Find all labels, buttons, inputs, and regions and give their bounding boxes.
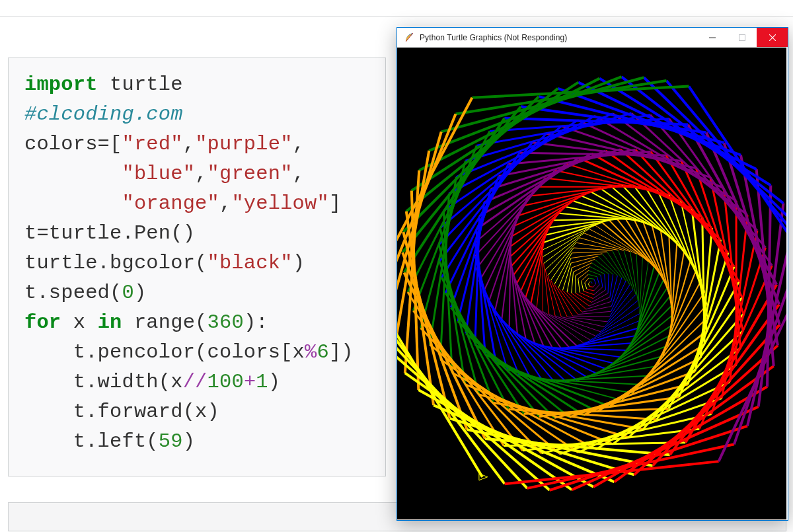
svg-line-64 xyxy=(554,284,573,316)
page-top-divider xyxy=(0,16,793,17)
svg-line-23 xyxy=(594,287,603,294)
turtle-window: Python Turtle Graphics (Not Responding) xyxy=(397,27,788,521)
svg-line-49 xyxy=(598,256,617,276)
svg-line-27 xyxy=(578,279,580,293)
svg-line-6 xyxy=(591,282,592,284)
svg-line-16 xyxy=(587,289,594,291)
comment-line: #clcoding.com xyxy=(24,103,183,126)
svg-line-9 xyxy=(588,284,589,286)
svg-line-45 xyxy=(567,268,572,292)
svg-line-14 xyxy=(585,278,589,283)
minimize-button[interactable] xyxy=(697,28,727,47)
keyword-for: for xyxy=(24,311,61,334)
svg-line-11 xyxy=(593,284,596,287)
svg-line-84 xyxy=(601,301,638,332)
keyword-in: in xyxy=(98,311,122,334)
svg-line-349 xyxy=(441,77,644,132)
svg-line-29 xyxy=(593,290,606,299)
svg-line-39 xyxy=(572,272,574,293)
svg-line-26 xyxy=(578,270,589,278)
svg-line-24 xyxy=(601,275,603,287)
svg-line-97 xyxy=(640,257,642,313)
spiral-drawing xyxy=(397,48,786,519)
svg-line-31 xyxy=(590,266,605,274)
tk-feather-icon xyxy=(404,32,414,43)
svg-line-13 xyxy=(589,278,594,279)
svg-line-42 xyxy=(610,274,613,297)
code-editor-panel: import turtle #clcoding.com colors=["red… xyxy=(8,57,386,476)
svg-line-41 xyxy=(589,297,610,306)
svg-line-65 xyxy=(573,316,610,317)
svg-line-46 xyxy=(567,292,586,309)
svg-line-10 xyxy=(589,287,593,287)
svg-line-280 xyxy=(730,215,748,382)
keyword-import: import xyxy=(24,73,98,96)
svg-line-21 xyxy=(582,281,584,291)
svg-line-18 xyxy=(597,277,599,285)
svg-line-8 xyxy=(588,282,589,284)
svg-line-106 xyxy=(531,243,544,303)
python-source-code: import turtle #clcoding.com colors=["red… xyxy=(24,70,369,457)
svg-line-62 xyxy=(572,252,607,253)
svg-line-19 xyxy=(588,274,597,277)
svg-line-66 xyxy=(610,285,630,317)
svg-line-36 xyxy=(608,274,609,293)
svg-line-30 xyxy=(605,274,606,290)
window-title: Python Turtle Graphics (Not Responding) xyxy=(420,33,697,42)
svg-line-56 xyxy=(571,254,602,258)
svg-line-44 xyxy=(572,259,595,268)
svg-line-81 xyxy=(545,238,580,270)
svg-line-111 xyxy=(546,220,609,235)
svg-line-105 xyxy=(544,223,602,243)
maximize-button[interactable] xyxy=(727,28,757,47)
svg-line-12 xyxy=(594,279,596,284)
turtle-canvas xyxy=(397,48,786,519)
svg-line-22 xyxy=(584,291,594,295)
svg-line-58 xyxy=(558,287,578,314)
svg-rect-1 xyxy=(739,34,745,40)
svg-line-74 xyxy=(576,243,618,250)
svg-line-17 xyxy=(594,285,599,291)
svg-line-61 xyxy=(607,252,626,281)
svg-line-55 xyxy=(602,254,622,278)
window-titlebar[interactable]: Python Turtle Graphics (Not Responding) xyxy=(397,28,788,48)
svg-line-79 xyxy=(624,250,636,295)
close-button[interactable] xyxy=(757,28,788,47)
svg-line-76 xyxy=(548,275,561,317)
svg-line-88 xyxy=(544,264,549,315)
svg-line-115 xyxy=(635,273,660,336)
svg-line-120 xyxy=(561,343,631,348)
svg-line-15 xyxy=(585,283,587,289)
